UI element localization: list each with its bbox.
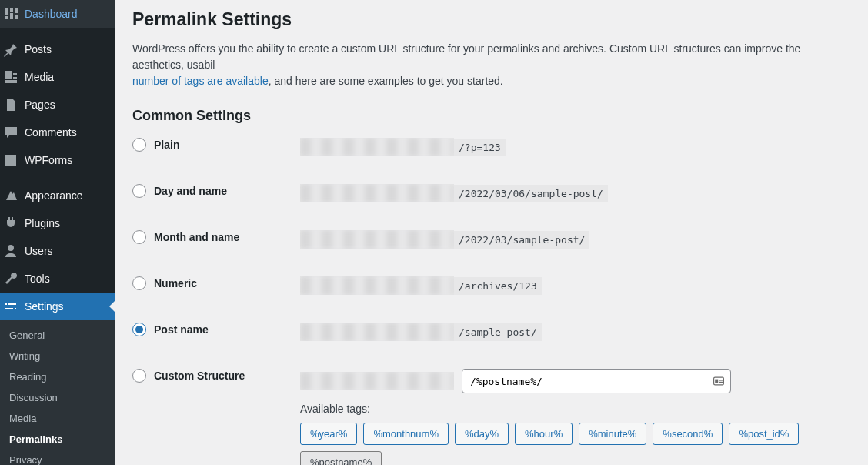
radio-custom[interactable] — [132, 369, 146, 383]
plugins-icon — [3, 216, 18, 231]
submenu-general[interactable]: General — [0, 325, 115, 346]
option-text: Day and name — [154, 185, 227, 197]
sidebar-item-settings[interactable]: Settings — [0, 293, 115, 320]
appearance-icon — [3, 188, 18, 203]
option-month-and-name: Month and name /2022/03/sample-post/ — [132, 230, 851, 249]
option-label[interactable]: Day and name — [132, 184, 300, 198]
menu-label: WPForms — [25, 154, 72, 166]
radio-plain[interactable] — [132, 138, 146, 152]
main-content: Permalink Settings WordPress offers you … — [115, 0, 868, 465]
option-label[interactable]: Plain — [132, 138, 300, 152]
radio-day-and-name[interactable] — [132, 184, 146, 198]
menu-label: Plugins — [25, 217, 60, 229]
radio-post-name[interactable] — [132, 323, 146, 336]
svg-rect-3 — [719, 382, 723, 383]
submenu-media[interactable]: Media — [0, 408, 115, 429]
url-suffix: /2022/03/sample-post/ — [454, 231, 589, 249]
menu-label: Settings — [25, 300, 64, 313]
option-label[interactable]: Post name — [132, 323, 300, 336]
menu-label: Pages — [25, 99, 55, 111]
option-post-name: Post name /sample-post/ — [132, 323, 851, 341]
option-label[interactable]: Numeric — [132, 276, 300, 290]
tag-hour[interactable]: %hour% — [515, 423, 573, 445]
intro-text: WordPress offers you the ability to crea… — [132, 42, 800, 71]
menu-label: Appearance — [25, 189, 83, 202]
svg-rect-2 — [719, 380, 723, 380]
menu-label: Posts — [25, 43, 52, 55]
option-label[interactable]: Month and name — [132, 230, 300, 244]
option-text: Custom Structure — [154, 370, 245, 382]
dashboard-icon — [3, 6, 18, 22]
sidebar-item-posts[interactable]: Posts — [0, 35, 115, 63]
url-suffix: /2022/03/06/sample-post/ — [454, 185, 608, 202]
blurred-domain — [300, 276, 454, 295]
option-day-and-name: Day and name /2022/03/06/sample-post/ — [132, 184, 851, 202]
url-suffix: /?p=123 — [454, 139, 506, 156]
blurred-domain — [300, 138, 454, 156]
blurred-domain — [300, 323, 454, 341]
users-icon — [3, 243, 18, 259]
tag-day[interactable]: %day% — [455, 423, 509, 445]
media-icon — [3, 69, 18, 85]
url-suffix: /sample-post/ — [454, 323, 542, 341]
tag-second[interactable]: %second% — [653, 423, 723, 445]
tag-minute[interactable]: %minute% — [579, 423, 646, 445]
submenu-discussion[interactable]: Discussion — [0, 387, 115, 408]
menu-label: Users — [25, 245, 53, 257]
admin-sidebar: Dashboard Posts Media Pages Comments WPF… — [0, 0, 115, 465]
svg-rect-1 — [715, 380, 718, 383]
tag-monthnum[interactable]: %monthnum% — [363, 423, 449, 445]
radio-month-and-name[interactable] — [132, 230, 146, 244]
pages-icon — [3, 97, 18, 112]
sidebar-item-plugins[interactable]: Plugins — [0, 209, 115, 237]
settings-icon — [3, 299, 18, 314]
available-tags-label: Available tags: — [300, 403, 851, 415]
blurred-domain — [300, 372, 454, 390]
sidebar-item-appearance[interactable]: Appearance — [0, 182, 115, 209]
tag-year[interactable]: %year% — [300, 423, 357, 445]
custom-structure-input[interactable] — [462, 369, 731, 393]
intro-paragraph: WordPress offers you the ability to crea… — [132, 41, 851, 89]
pin-icon — [3, 42, 18, 57]
available-tags: %year% %monthnum% %day% %hour% %minute% … — [300, 423, 851, 465]
option-custom-structure: Custom Structure Available tags: %year% … — [132, 369, 851, 465]
tag-postname[interactable]: %postname% — [300, 451, 382, 465]
option-text: Numeric — [154, 277, 197, 289]
blurred-domain — [300, 230, 454, 249]
option-numeric: Numeric /archives/123 — [132, 276, 851, 295]
intro-tail: , and here are some examples to get you … — [269, 75, 503, 87]
submenu-writing[interactable]: Writing — [0, 346, 115, 366]
intro-link[interactable]: number of tags are available — [132, 75, 269, 87]
menu-label: Dashboard — [25, 8, 78, 20]
menu-label: Tools — [25, 273, 50, 285]
menu-label: Media — [25, 71, 54, 83]
page-title: Permalink Settings — [132, 9, 851, 30]
sidebar-item-tools[interactable]: Tools — [0, 265, 115, 293]
submenu-reading[interactable]: Reading — [0, 366, 115, 387]
url-suffix: /archives/123 — [454, 277, 542, 295]
settings-submenu: General Writing Reading Discussion Media… — [0, 320, 115, 465]
option-text: Plain — [154, 139, 179, 151]
tag-post-id[interactable]: %post_id% — [729, 423, 799, 445]
wpforms-icon — [3, 152, 18, 168]
option-text: Month and name — [154, 231, 239, 243]
sidebar-item-media[interactable]: Media — [0, 63, 115, 91]
contact-card-icon — [713, 375, 725, 387]
sidebar-item-comments[interactable]: Comments — [0, 119, 115, 146]
sidebar-item-pages[interactable]: Pages — [0, 91, 115, 119]
common-settings-heading: Common Settings — [132, 108, 851, 124]
option-text: Post name — [154, 323, 209, 336]
option-plain: Plain /?p=123 — [132, 138, 851, 156]
submenu-privacy[interactable]: Privacy — [0, 450, 115, 465]
sidebar-item-users[interactable]: Users — [0, 237, 115, 265]
sidebar-item-dashboard[interactable]: Dashboard — [0, 0, 115, 28]
blurred-domain — [300, 184, 454, 202]
comments-icon — [3, 125, 18, 140]
radio-numeric[interactable] — [132, 276, 146, 290]
sidebar-item-wpforms[interactable]: WPForms — [0, 146, 115, 174]
option-label[interactable]: Custom Structure — [132, 369, 300, 383]
submenu-permalinks[interactable]: Permalinks — [0, 429, 115, 450]
menu-label: Comments — [25, 126, 77, 139]
tools-icon — [3, 271, 18, 286]
